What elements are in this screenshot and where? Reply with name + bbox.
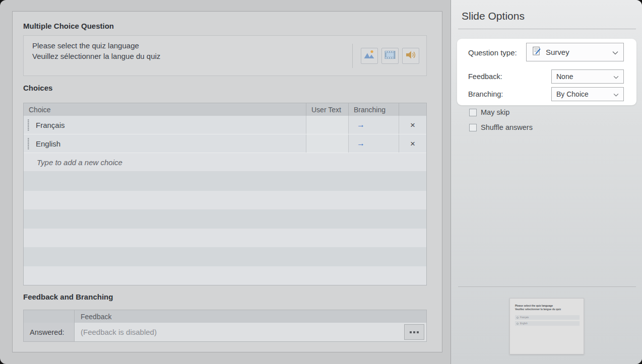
feedback-value: None	[556, 72, 613, 81]
page-title: Multiple Choice Question	[23, 22, 114, 30]
media-toolbar	[352, 36, 419, 76]
choices-table: Choice User Text Branching Français →	[23, 103, 427, 285]
checkbox-icon[interactable]	[469, 124, 477, 131]
chevron-down-icon	[612, 48, 618, 57]
branching-dropdown[interactable]: By Choice	[551, 87, 624, 101]
divider	[458, 29, 636, 29]
empty-row	[24, 266, 426, 285]
feedback-table-header: Feedback	[24, 310, 426, 323]
feedback-row-answered: Answered: (Feedback is disabled)	[24, 323, 426, 341]
add-choice-input[interactable]: Type to add a new choice	[24, 153, 426, 172]
may-skip-label: May skip	[481, 108, 509, 116]
choice-cell[interactable]: English	[24, 134, 306, 153]
feedback-header-spacer	[24, 310, 75, 323]
user-text-cell[interactable]	[306, 116, 349, 134]
insert-audio-button[interactable]	[402, 48, 419, 64]
question-type-dropdown[interactable]: Survey	[526, 43, 624, 61]
feedback-dropdown[interactable]: None	[551, 69, 624, 84]
question-text-editor[interactable]: Please select the quiz language Veuillez…	[23, 35, 427, 76]
feedback-disabled-text: (Feedback is disabled)	[81, 328, 157, 336]
empty-row	[24, 229, 426, 248]
branching-cell[interactable]: →	[349, 134, 399, 153]
choice-row-english: English → ×	[24, 134, 426, 153]
delete-choice-cell[interactable]: ×	[399, 116, 426, 134]
user-text-cell[interactable]	[306, 134, 349, 153]
question-text[interactable]: Please select the quiz language Veuillez…	[32, 40, 160, 61]
feedback-branching-heading: Feedback and Branching	[23, 293, 113, 301]
toolbar-divider	[352, 44, 353, 68]
column-header-delete	[399, 103, 426, 116]
choice-label: Français	[36, 121, 65, 129]
column-header-feedback: Feedback	[75, 310, 426, 323]
insert-image-button[interactable]	[361, 48, 378, 64]
drag-handle-icon[interactable]	[28, 138, 29, 150]
quiz-editor-window: Multiple Choice Question Please select t…	[0, 0, 642, 364]
choice-row-francais: Français → ×	[24, 116, 426, 134]
question-line-2: Veuillez sélectionner la langue du quiz	[32, 51, 160, 61]
preview-option-label: English	[520, 322, 528, 325]
column-header-branching: Branching	[349, 103, 399, 116]
feedback-more-button[interactable]	[404, 324, 424, 340]
chevron-down-icon	[613, 90, 619, 99]
question-settings-card: Question type: Survey Feedback:	[457, 39, 636, 105]
delete-choice-cell[interactable]: ×	[399, 134, 426, 153]
radio-icon	[517, 317, 519, 319]
insert-video-button[interactable]	[381, 48, 399, 64]
question-editor-panel: Multiple Choice Question Please select t…	[12, 11, 442, 352]
preview-question-line-1: Please select the quiz language	[515, 304, 553, 307]
radio-icon	[517, 323, 519, 325]
shuffle-answers-label: Shuffle answers	[481, 123, 533, 131]
video-icon	[384, 50, 396, 62]
empty-row	[24, 191, 426, 210]
preview-option: Français	[515, 315, 580, 320]
question-type-value: Survey	[546, 48, 608, 56]
slide-options-title: Slide Options	[462, 10, 525, 22]
choices-table-header: Choice User Text Branching	[24, 103, 426, 116]
feedback-value-cell: (Feedback is disabled)	[75, 323, 426, 341]
branch-arrow-icon[interactable]: →	[357, 139, 365, 148]
delete-icon[interactable]: ×	[410, 139, 415, 148]
column-header-user-text: User Text	[306, 103, 349, 116]
feedback-table: Feedback Answered: (Feedback is disabled…	[23, 310, 427, 342]
branching-label: Branching:	[468, 90, 503, 98]
preview-question-line-2: Veuillez sélectionner la langue du quiz	[515, 308, 561, 311]
may-skip-checkbox-row[interactable]: May skip	[469, 108, 509, 116]
question-line-1: Please select the quiz language	[32, 40, 160, 51]
drag-handle-icon[interactable]	[28, 119, 29, 131]
feedback-row-label: Answered:	[24, 323, 75, 341]
empty-row	[24, 209, 426, 229]
chevron-down-icon	[613, 72, 619, 81]
column-header-choice: Choice	[24, 103, 306, 116]
shuffle-answers-checkbox-row[interactable]: Shuffle answers	[469, 123, 533, 131]
empty-row	[24, 172, 426, 191]
choice-cell[interactable]: Français	[24, 116, 306, 134]
preview-option-label: Français	[520, 316, 529, 319]
branching-value: By Choice	[556, 90, 613, 98]
image-icon	[363, 49, 375, 62]
question-type-label: Question type:	[468, 48, 517, 57]
branch-arrow-icon[interactable]: →	[357, 120, 365, 129]
checkbox-icon[interactable]	[469, 109, 477, 116]
preview-option: English	[515, 321, 580, 326]
empty-row	[24, 247, 426, 266]
delete-icon[interactable]: ×	[410, 121, 415, 129]
feedback-label: Feedback:	[468, 72, 502, 81]
slide-options-panel: Slide Options Question type: Survey	[451, 0, 642, 364]
divider	[458, 286, 636, 287]
choices-heading: Choices	[23, 84, 52, 92]
survey-icon	[532, 46, 541, 58]
branching-cell[interactable]: →	[349, 116, 399, 134]
audio-icon	[405, 50, 416, 62]
slide-preview-thumbnail: Please select the quiz language Veuillez…	[509, 298, 584, 354]
choice-label: English	[36, 139, 60, 148]
